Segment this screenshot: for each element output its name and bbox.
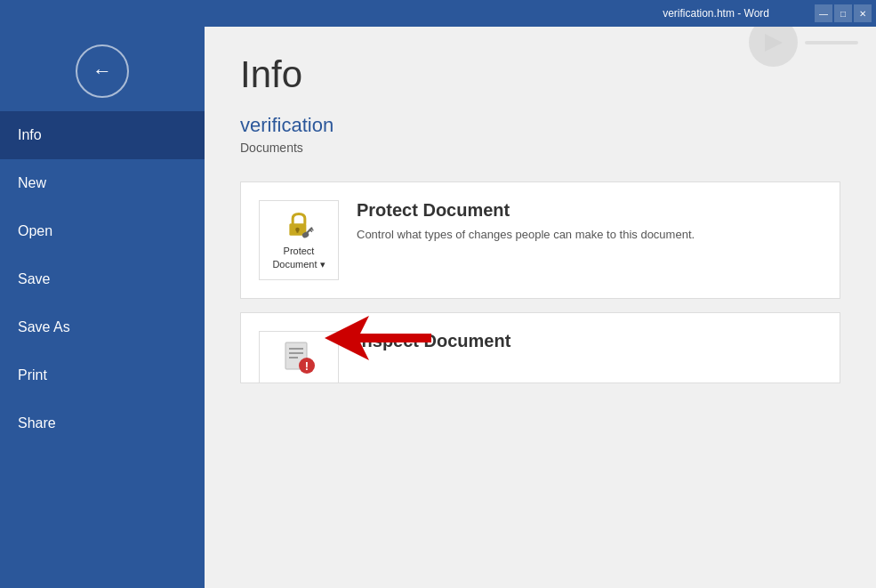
word-icon-area — [749, 27, 858, 67]
protect-document-icon-label: ProtectDocument ▾ — [272, 245, 325, 270]
progress-bar — [805, 41, 858, 44]
svg-marker-13 — [325, 316, 431, 360]
red-arrow — [325, 311, 431, 368]
window-controls: — □ ✕ — [815, 4, 872, 22]
sidebar-item-share[interactable]: Share — [0, 399, 205, 447]
lock-icon — [280, 210, 317, 239]
svg-rect-10 — [289, 357, 298, 358]
back-button[interactable]: ← — [76, 44, 129, 98]
sidebar-item-save[interactable]: Save — [0, 255, 205, 303]
minimize-button[interactable]: — — [815, 4, 832, 22]
close-button[interactable]: ✕ — [854, 4, 872, 22]
content-area: Info verification Documents — [205, 27, 876, 588]
window-title: verification.htm - Word — [663, 7, 769, 20]
sidebar: ← Info New Open Save Save As Print Share — [0, 27, 205, 588]
doc-title: verification — [240, 114, 840, 137]
svg-text:!: ! — [305, 359, 309, 373]
protect-document-description: Control what types of changes people can… — [357, 226, 822, 244]
inspect-icon: ! — [282, 341, 316, 375]
maximize-button[interactable]: □ — [834, 4, 852, 22]
svg-rect-2 — [296, 230, 298, 233]
sidebar-item-save-as[interactable]: Save As — [0, 303, 205, 351]
protect-document-title: Protect Document — [357, 200, 822, 221]
word-icon — [749, 27, 798, 67]
protect-document-button[interactable]: ProtectDocument ▾ — [259, 200, 339, 280]
sidebar-item-info[interactable]: Info — [0, 111, 205, 159]
protect-document-content: Protect Document Control what types of c… — [357, 200, 822, 244]
protect-document-card: ProtectDocument ▾ Protect Document Contr… — [240, 181, 840, 299]
back-arrow-icon: ← — [92, 61, 112, 81]
title-bar: verification.htm - Word — □ ✕ — [0, 0, 876, 27]
sidebar-item-open[interactable]: Open — [0, 207, 205, 255]
svg-rect-8 — [289, 348, 303, 350]
main-container: ← Info New Open Save Save As Print Share — [0, 27, 876, 588]
arrow-svg — [325, 311, 431, 365]
doc-path: Documents — [240, 141, 840, 155]
sidebar-item-new[interactable]: New — [0, 159, 205, 207]
svg-rect-9 — [289, 352, 303, 354]
sidebar-item-print[interactable]: Print — [0, 351, 205, 399]
